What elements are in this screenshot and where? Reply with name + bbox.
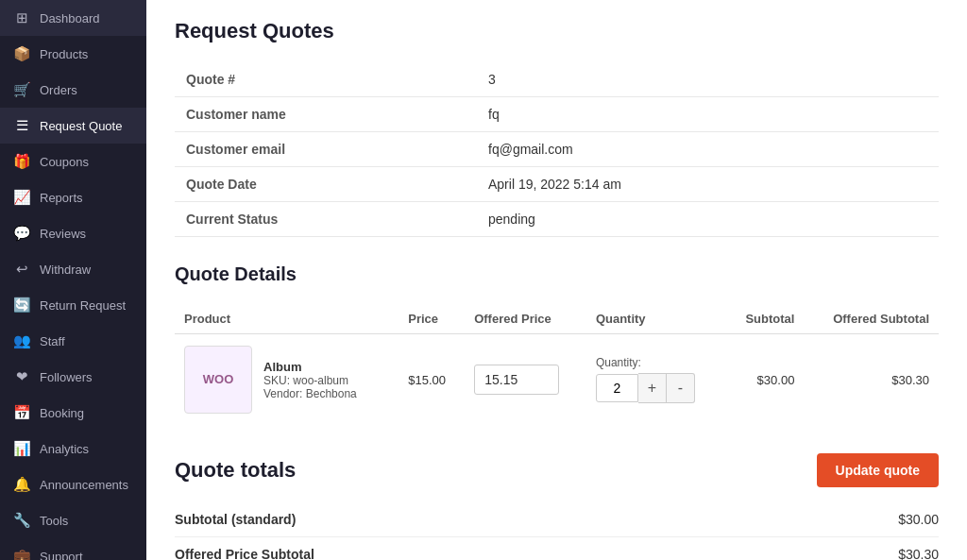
sidebar-label-analytics: Analytics: [40, 442, 89, 456]
announcements-icon: 🔔: [13, 476, 30, 493]
quantity-label: Quantity:: [596, 356, 715, 369]
sidebar-item-coupons[interactable]: 🎁Coupons: [0, 144, 146, 179]
sidebar-label-staff: Staff: [40, 334, 65, 348]
booking-icon: 📅: [13, 404, 30, 421]
page-title: Request Quotes: [175, 19, 939, 43]
sidebar-item-dashboard[interactable]: ⊞Dashboard: [0, 0, 146, 36]
sidebar-item-reviews[interactable]: 💬Reviews: [0, 215, 146, 251]
totals-label: Offered Price Subtotal: [175, 547, 314, 560]
support-icon: 💼: [13, 548, 30, 560]
tools-icon: 🔧: [13, 512, 30, 529]
quantity-controls: + -: [596, 373, 715, 403]
info-label: Customer email: [175, 132, 477, 167]
info-row: Customer namefq: [175, 97, 939, 132]
info-row: Quote #3: [175, 62, 939, 97]
info-label: Quote #: [175, 62, 477, 97]
sidebar-label-booking: Booking: [40, 406, 84, 420]
orders-icon: 🛒: [13, 81, 30, 98]
sidebar-label-return-request: Return Request: [40, 298, 126, 313]
col-subtotal: Subtotal: [724, 304, 804, 334]
reports-icon: 📈: [13, 189, 30, 206]
totals-header: Quote totals Update quote: [175, 453, 939, 487]
sidebar-item-booking[interactable]: 📅Booking: [0, 395, 146, 431]
info-value: 3: [477, 62, 939, 97]
sidebar-item-products[interactable]: 📦Products: [0, 36, 146, 72]
withdraw-icon: ↩: [13, 261, 30, 278]
totals-title: Quote totals: [175, 458, 296, 483]
sidebar-label-coupons: Coupons: [40, 155, 89, 169]
totals-value: $30.30: [898, 547, 939, 560]
product-info: Album SKU: woo-album Vendor: Bechbona: [263, 360, 357, 400]
reviews-icon: 💬: [13, 225, 30, 242]
product-offered-subtotal: $30.30: [804, 334, 939, 426]
info-row: Current Statuspending: [175, 202, 939, 237]
sidebar-item-support[interactable]: 💼Support: [0, 538, 146, 560]
col-offered-subtotal: Offered Subtotal: [804, 304, 939, 334]
sidebar-item-return-request[interactable]: 🔄Return Request: [0, 287, 146, 323]
quantity-increase-button[interactable]: +: [638, 373, 667, 403]
followers-icon: ❤: [13, 368, 30, 385]
sidebar-label-products: Products: [40, 47, 88, 61]
table-row: WOO Album SKU: woo-album Vendor: Bechbon…: [175, 334, 939, 426]
product-thumbnail: WOO: [184, 346, 252, 414]
col-quantity: Quantity: [586, 304, 724, 334]
sidebar-item-withdraw[interactable]: ↩Withdraw: [0, 251, 146, 287]
quantity-decrease-button[interactable]: -: [667, 373, 695, 403]
sidebar-item-request-quote[interactable]: ☰Request Quote: [0, 108, 146, 144]
dashboard-icon: ⊞: [13, 9, 30, 26]
sidebar-label-orders: Orders: [40, 83, 77, 97]
totals-row: Offered Price Subtotal$30.30: [175, 537, 939, 560]
sidebar-label-reviews: Reviews: [40, 227, 86, 241]
quote-details-table: Product Price Offered Price Quantity Sub…: [175, 304, 939, 425]
totals-row: Subtotal (standard)$30.00: [175, 502, 939, 537]
sidebar-label-followers: Followers: [40, 370, 93, 384]
sidebar-item-staff[interactable]: 👥Staff: [0, 323, 146, 359]
sidebar-label-dashboard: Dashboard: [40, 11, 100, 25]
totals-rows: Subtotal (standard)$30.00Offered Price S…: [175, 502, 939, 560]
info-value: April 19, 2022 5:14 am: [477, 167, 939, 202]
sidebar-item-followers[interactable]: ❤Followers: [0, 359, 146, 395]
sidebar-item-analytics[interactable]: 📊Analytics: [0, 431, 146, 467]
vendor-name: Bechbona: [306, 387, 357, 400]
col-product: Product: [175, 304, 399, 334]
analytics-icon: 📊: [13, 440, 30, 457]
products-icon: 📦: [13, 45, 30, 62]
sidebar-label-reports: Reports: [40, 191, 83, 205]
coupons-icon: 🎁: [13, 153, 30, 170]
info-value: pending: [477, 202, 939, 237]
info-value: fq: [477, 97, 939, 132]
sidebar-label-withdraw: Withdraw: [40, 263, 91, 277]
sidebar-label-support: Support: [40, 550, 83, 561]
section-title: Quote Details: [175, 263, 939, 285]
sidebar-label-tools: Tools: [40, 514, 68, 528]
quantity-input[interactable]: [596, 374, 638, 402]
woo-logo: WOO: [203, 372, 234, 388]
quantity-cell: Quantity: + -: [596, 356, 715, 403]
request-quote-icon: ☰: [13, 117, 30, 134]
staff-icon: 👥: [13, 332, 30, 349]
sidebar: ⊞Dashboard📦Products🛒Orders☰Request Quote…: [0, 0, 146, 560]
return-request-icon: 🔄: [13, 297, 30, 314]
product-sku: SKU: woo-album: [263, 374, 357, 387]
sidebar-label-announcements: Announcements: [40, 478, 128, 492]
totals-value: $30.00: [898, 512, 939, 527]
product-name: Album: [263, 360, 357, 374]
info-label: Quote Date: [175, 167, 477, 202]
sidebar-label-request-quote: Request Quote: [40, 119, 122, 133]
update-quote-button[interactable]: Update quote: [817, 453, 939, 487]
info-table: Quote #3Customer namefqCustomer emailfq@…: [175, 62, 939, 237]
info-label: Customer name: [175, 97, 477, 132]
col-offered-price: Offered Price: [465, 304, 586, 334]
info-row: Quote DateApril 19, 2022 5:14 am: [175, 167, 939, 202]
sidebar-item-orders[interactable]: 🛒Orders: [0, 72, 146, 108]
main-content: Request Quotes Quote #3Customer namefqCu…: [146, 0, 967, 560]
info-label: Current Status: [175, 202, 477, 237]
offered-price-input[interactable]: [474, 365, 559, 395]
product-vendor: Vendor: Bechbona: [263, 387, 357, 400]
sidebar-item-reports[interactable]: 📈Reports: [0, 179, 146, 215]
col-price: Price: [399, 304, 465, 334]
sidebar-item-tools[interactable]: 🔧Tools: [0, 502, 146, 538]
totals-label: Subtotal (standard): [175, 512, 296, 527]
sidebar-item-announcements[interactable]: 🔔Announcements: [0, 467, 146, 502]
vendor-label: Vendor:: [263, 387, 302, 400]
